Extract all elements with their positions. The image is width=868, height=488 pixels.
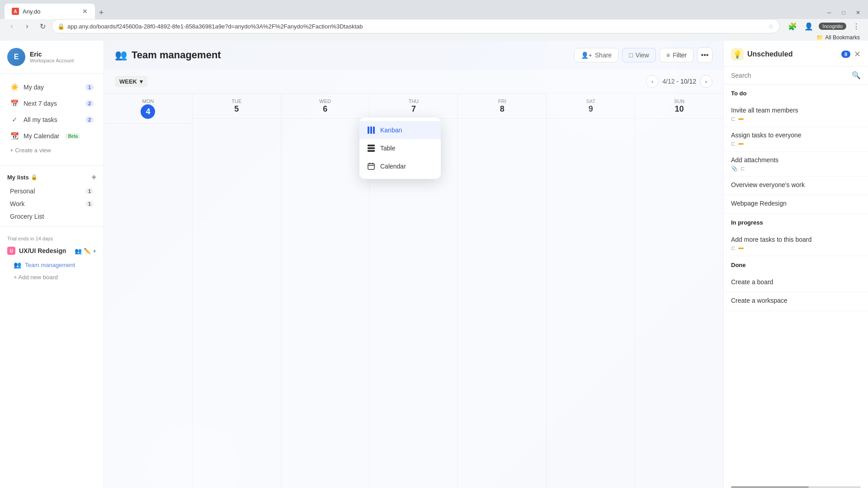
members-icon[interactable]: 👥 <box>75 248 82 254</box>
day-column-wed: WED 6 <box>281 94 370 488</box>
day-short-label: THU <box>409 99 419 104</box>
svg-rect-0 <box>368 127 369 134</box>
todo-section: To do <box>724 84 868 102</box>
panel-scrollbar[interactable] <box>731 486 861 488</box>
create-view-button[interactable]: + Create a view <box>3 144 101 156</box>
panel-close-button[interactable]: ✕ <box>854 49 861 59</box>
workspace-name[interactable]: U UX/UI Redesign 👥 ✏️ + <box>0 243 104 258</box>
unscheduled-badge: 8 <box>841 51 850 58</box>
more-options-button[interactable]: ••• <box>697 47 712 63</box>
task-invite-team[interactable]: Invite all team members ⊏ <box>724 102 868 127</box>
user-avatar[interactable]: E <box>7 48 25 66</box>
day-header-mon: MON 4 <box>104 94 192 124</box>
dropdown-item-table[interactable]: Table <box>359 139 441 157</box>
week-selector[interactable]: WEEK ▾ <box>115 76 147 87</box>
bookmark-star[interactable]: ☆ <box>768 23 774 30</box>
sidebar-item-all-tasks[interactable]: ✓ All my tasks 2 <box>3 112 101 128</box>
day-number: 7 <box>375 104 453 114</box>
day-body-tue[interactable] <box>193 119 281 488</box>
scrollbar-thumb[interactable] <box>731 486 809 488</box>
next-week-button[interactable]: › <box>700 75 712 88</box>
day-header-sun: SUN 10 <box>635 94 723 119</box>
calendar-controls: WEEK ▾ ‹ 4/12 - 10/12 › <box>104 70 723 94</box>
sidebar-item-my-day[interactable]: ☀️ My day 1 <box>3 79 101 95</box>
day-column-fri: FRI 8 <box>458 94 547 488</box>
task-add-more-tasks[interactable]: Add more tasks to this board ⊏ <box>724 231 868 256</box>
add-list-button[interactable]: + <box>91 173 96 181</box>
day-body-fri[interactable] <box>458 119 546 488</box>
list-item-work[interactable]: Work 1 <box>3 197 101 210</box>
task-create-workspace[interactable]: Create a workspace <box>724 292 868 311</box>
task-webpage-redesign[interactable]: Webpage Redesign <box>724 195 868 214</box>
personal-badge: 1 <box>85 188 94 194</box>
task-create-board[interactable]: Create a board <box>724 274 868 292</box>
day-header-wed: WED 6 <box>281 94 369 119</box>
forward-button[interactable]: › <box>21 20 33 33</box>
refresh-button[interactable]: ↻ <box>36 20 49 33</box>
task-meta: ⊏ <box>731 141 861 147</box>
day-column-sat: SAT 9 <box>547 94 635 488</box>
add-workspace-icon[interactable]: + <box>93 248 96 254</box>
task-meta: ⊏ <box>731 116 861 122</box>
close-button[interactable]: ✕ <box>852 6 864 19</box>
todo-section-title: To do <box>731 90 861 97</box>
task-overview-work[interactable]: Overview everyone's work <box>724 177 868 195</box>
new-tab-button[interactable]: + <box>95 6 108 19</box>
workspace-actions: 👥 ✏️ + <box>75 248 96 254</box>
menu-button[interactable]: ⋮ <box>850 20 863 33</box>
dropdown-item-calendar[interactable]: Calendar <box>359 157 441 175</box>
profile-button[interactable]: 👤 <box>802 20 815 33</box>
prev-week-button[interactable]: ‹ <box>646 75 659 88</box>
share-button[interactable]: 👤+ Share <box>574 48 619 62</box>
table-label: Table <box>380 145 395 152</box>
day-body-sun[interactable] <box>635 119 723 488</box>
list-item-grocery[interactable]: Grocery List <box>3 210 101 223</box>
trial-notice: Trial ends in 14 days <box>0 234 104 243</box>
subtask-icon: ⊏ <box>731 116 736 122</box>
extensions-button[interactable]: 🧩 <box>786 20 799 33</box>
tab-close-button[interactable]: ✕ <box>82 8 88 15</box>
view-dropdown-menu: Kanban Table <box>359 117 441 179</box>
active-tab[interactable]: A Any.do ✕ <box>5 4 95 19</box>
sidebar-item-calendar[interactable]: 📆 My Calendar Beta <box>3 128 101 144</box>
workspace-section: Trial ends in 14 days U UX/UI Redesign 👥… <box>0 230 104 287</box>
table-icon <box>367 144 376 153</box>
list-item-personal[interactable]: Personal 1 <box>3 185 101 197</box>
address-bar[interactable]: 🔒 app.any.do/boards/f245600a-28f0-4892-8… <box>52 19 780 33</box>
user-name: Eric <box>30 51 96 58</box>
day-header-thu: THU 7 <box>370 94 458 119</box>
edit-icon[interactable]: ✏️ <box>84 248 91 254</box>
subtask-icon: ⊏ <box>731 245 736 251</box>
priority-bar <box>738 118 744 120</box>
date-range: ‹ 4/12 - 10/12 › <box>646 75 712 88</box>
list-item-label: Personal <box>10 188 35 195</box>
next-7-badge: 2 <box>85 100 94 107</box>
day-body-wed[interactable] <box>281 119 369 488</box>
kanban-label: Kanban <box>380 127 402 134</box>
add-board-button[interactable]: + Add new board <box>3 271 101 283</box>
board-item-team-management[interactable]: 👥 Team management <box>3 258 101 271</box>
task-title: Add more tasks to this board <box>731 236 861 243</box>
task-title: Add attachments <box>731 156 861 164</box>
maximize-button[interactable]: □ <box>837 6 850 19</box>
search-input[interactable] <box>731 72 848 79</box>
back-button[interactable]: ‹ <box>5 20 18 33</box>
in-progress-section-title: In progress <box>731 219 861 226</box>
day-body-mon[interactable] <box>104 124 192 488</box>
view-button[interactable]: □ View <box>622 48 656 62</box>
svg-rect-1 <box>370 127 372 134</box>
day-body-sat[interactable] <box>547 119 635 488</box>
task-add-attachments[interactable]: Add attachments 📎 ⊏ <box>724 152 868 177</box>
task-title: Webpage Redesign <box>731 200 861 207</box>
svg-rect-3 <box>368 145 375 146</box>
filter-button[interactable]: ≡ Filter <box>660 48 693 62</box>
sidebar-item-next-7-days[interactable]: 📅 Next 7 days 2 <box>3 95 101 112</box>
day-number: 5 <box>198 104 275 114</box>
incognito-badge: Incognito <box>819 23 846 30</box>
check-icon: ✓ <box>10 115 19 124</box>
svg-rect-4 <box>368 147 375 149</box>
task-assign-tasks[interactable]: Assign tasks to everyone ⊏ <box>724 127 868 152</box>
minimize-button[interactable]: ─ <box>823 6 835 19</box>
dropdown-item-kanban[interactable]: Kanban <box>359 121 441 139</box>
day-short-label: TUE <box>231 99 241 104</box>
